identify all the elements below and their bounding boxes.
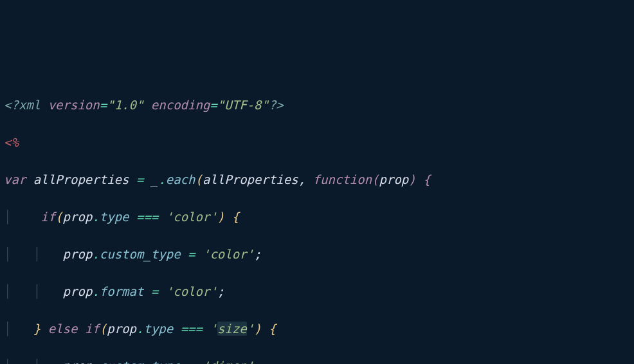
code-line[interactable]: │ │ prop.format = 'color'; [4, 282, 630, 301]
code-line[interactable]: <?xml version="1.0" encoding="UTF-8"?> [4, 96, 630, 114]
xml-open: <? [4, 98, 19, 112]
code-editor[interactable]: <?xml version="1.0" encoding="UTF-8"?> <… [0, 75, 634, 364]
erb-open: <% [4, 135, 19, 149]
code-line[interactable]: var allProperties = _.each(allProperties… [4, 170, 630, 189]
highlighted-word: size [217, 322, 247, 336]
code-line[interactable]: │ │ prop.custom_type = 'dimen'; [4, 357, 630, 364]
code-line[interactable]: │ if(prop.type === 'color') { [4, 208, 630, 226]
code-line[interactable]: │ } else if(prop.type === 'size') { [4, 320, 630, 338]
code-line[interactable]: <% [4, 133, 630, 152]
code-line[interactable]: │ │ prop.custom_type = 'color'; [4, 245, 630, 264]
